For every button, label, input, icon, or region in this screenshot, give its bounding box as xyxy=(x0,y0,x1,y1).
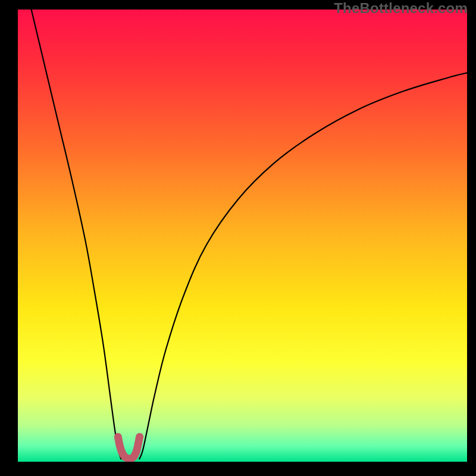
chart-frame xyxy=(18,10,467,462)
watermark-text: TheBottleneck.com xyxy=(334,0,468,17)
gradient-background xyxy=(18,10,467,462)
bottleneck-chart xyxy=(18,10,467,462)
